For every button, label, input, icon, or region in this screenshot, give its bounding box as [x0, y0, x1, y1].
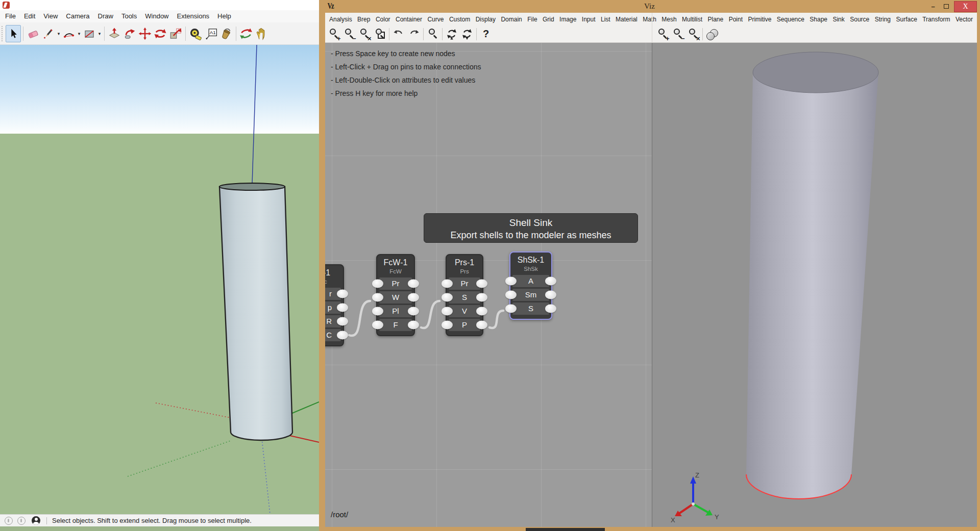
menu-color[interactable]: Color	[375, 16, 391, 23]
view-zoom-cancel-button[interactable]: ×	[685, 27, 701, 41]
menu-string[interactable]: String	[874, 16, 892, 23]
pin-out[interactable]	[408, 293, 419, 302]
rectangle-tool-dropdown[interactable]: ▾	[97, 31, 102, 36]
zoom-out-button[interactable]: −	[341, 27, 357, 41]
push-pull-tool-button[interactable]	[107, 25, 122, 42]
pin-out[interactable]	[545, 291, 556, 299]
pin-out[interactable]	[545, 305, 556, 313]
pin-out[interactable]	[337, 290, 348, 298]
node-attribute[interactable]: C	[325, 329, 341, 341]
rotate-tool-button[interactable]	[153, 25, 168, 42]
pan-tool-button[interactable]	[254, 25, 269, 42]
node-attribute[interactable]: W	[379, 291, 412, 304]
menu-grid[interactable]: Grid	[542, 16, 555, 23]
menu-analysis[interactable]: Analysis	[328, 16, 353, 23]
node-attribute[interactable]: Sm	[512, 289, 549, 301]
eraser-tool-button[interactable]	[26, 25, 41, 42]
menu-vector[interactable]: Vector	[954, 16, 974, 23]
zoom-cancel-button[interactable]: ×	[357, 27, 372, 41]
menu-camera[interactable]: Camera	[62, 10, 93, 22]
sync-down-button[interactable]	[459, 27, 475, 41]
pin-out[interactable]	[337, 304, 348, 312]
menu-source[interactable]: Source	[849, 16, 870, 23]
node-crc[interactable]: c-1 rc r p R C	[325, 264, 344, 346]
menu-mesh[interactable]: Mesh	[660, 16, 677, 23]
select-tool-button[interactable]	[6, 25, 21, 42]
geolocation-icon[interactable]	[5, 517, 13, 525]
menu-list[interactable]: List	[600, 16, 611, 23]
pin-out[interactable]	[408, 307, 419, 316]
pin-in[interactable]	[442, 307, 453, 316]
menu-domain[interactable]: Domain	[500, 16, 523, 23]
redo-button[interactable]	[406, 27, 422, 41]
pin-in[interactable]	[442, 280, 453, 288]
pin-out[interactable]	[476, 321, 487, 330]
pin-in[interactable]	[372, 293, 383, 302]
menu-input[interactable]: Input	[581, 16, 597, 23]
node-attribute[interactable]: R	[325, 315, 341, 327]
rectangle-tool-button[interactable]	[82, 25, 97, 42]
pin-in[interactable]	[372, 280, 383, 288]
menu-help[interactable]: Help	[213, 10, 235, 22]
help-button[interactable]: ?	[478, 27, 494, 41]
arc-tool-button[interactable]	[61, 25, 77, 42]
node-attribute[interactable]: V	[449, 305, 480, 317]
node-fcw-1[interactable]: FcW-1 FcW Pr W Pl F	[376, 254, 415, 336]
minimize-button[interactable]: –	[926, 2, 940, 11]
maximize-button[interactable]	[940, 2, 953, 11]
menu-shape[interactable]: Shape	[808, 16, 828, 23]
node-attribute[interactable]: Pr	[379, 277, 412, 290]
zoom-window-button[interactable]	[372, 27, 387, 41]
line-tool-button[interactable]	[41, 25, 56, 42]
pin-in[interactable]	[505, 291, 517, 299]
menu-extensions[interactable]: Extensions	[173, 10, 214, 22]
menu-transform[interactable]: Transform	[921, 16, 951, 23]
pin-out[interactable]	[337, 317, 348, 326]
node-attribute[interactable]: P	[449, 319, 480, 331]
close-button[interactable]: X	[954, 1, 977, 12]
display-spheres-button[interactable]	[704, 27, 720, 41]
node-attribute[interactable]: p	[325, 301, 341, 314]
pin-in[interactable]	[505, 305, 517, 313]
node-attribute[interactable]: Pl	[379, 305, 412, 317]
menu-primitive[interactable]: Primitive	[747, 16, 772, 23]
menu-math[interactable]: Math	[642, 16, 657, 23]
pin-out[interactable]	[545, 277, 556, 286]
text-tool-button[interactable]: A1	[203, 25, 218, 42]
zoom-search-button[interactable]	[425, 27, 440, 41]
view-zoom-out-button[interactable]: −	[670, 27, 685, 41]
pin-in[interactable]	[505, 277, 517, 286]
menu-file[interactable]: File	[526, 16, 538, 23]
arc-tool-dropdown[interactable]: ▾	[77, 31, 82, 36]
pin-out[interactable]	[476, 280, 487, 288]
node-attribute[interactable]: A	[512, 275, 549, 287]
sketchup-viewport[interactable]	[0, 45, 319, 514]
paint-bucket-tool-button[interactable]	[218, 25, 234, 42]
tape-measure-tool-button[interactable]	[188, 25, 203, 42]
menu-point[interactable]: Point	[728, 16, 744, 23]
pin-in[interactable]	[442, 293, 453, 302]
node-attribute[interactable]: Pr	[449, 277, 480, 290]
view-zoom-in-button[interactable]: +	[655, 27, 670, 41]
undo-button[interactable]	[391, 27, 406, 41]
viz-titlebar[interactable]: Vz Viz – X	[319, 0, 980, 13]
menu-custom[interactable]: Custom	[448, 16, 471, 23]
menu-file[interactable]: File	[1, 10, 20, 22]
sketchup-titlebar[interactable]	[0, 0, 319, 10]
node-attribute[interactable]: F	[379, 319, 412, 331]
node-prs-1[interactable]: Prs-1 Prs Pr S V P	[446, 254, 483, 336]
pin-out[interactable]	[337, 331, 348, 340]
menu-surface[interactable]: Surface	[895, 16, 918, 23]
viz-cylinder-top[interactable]	[753, 52, 878, 93]
menu-draw[interactable]: Draw	[94, 10, 117, 22]
menu-window[interactable]: Window	[141, 10, 173, 22]
line-tool-dropdown[interactable]: ▾	[56, 31, 61, 36]
sketchup-cylinder-body[interactable]	[219, 187, 292, 440]
menu-container[interactable]: Container	[395, 16, 423, 23]
sketchup-cylinder-top[interactable]	[219, 183, 285, 190]
menu-edit[interactable]: Edit	[20, 10, 39, 22]
menu-sink[interactable]: Sink	[831, 16, 845, 23]
scale-tool-button[interactable]	[168, 25, 183, 42]
pin-out[interactable]	[476, 293, 487, 302]
viz-cylinder-body[interactable]	[746, 72, 878, 499]
